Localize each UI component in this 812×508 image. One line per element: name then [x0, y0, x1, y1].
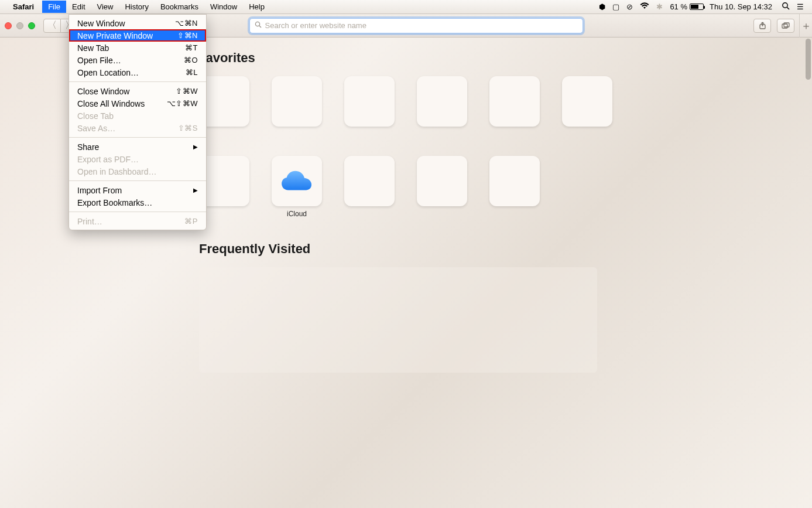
svg-point-2: [255, 22, 259, 26]
menu-item-import-from[interactable]: Import From▶: [69, 184, 206, 196]
favorite-item[interactable]: [272, 76, 322, 138]
favorite-item[interactable]: [489, 76, 540, 138]
svg-line-1: [787, 7, 789, 9]
status-airplay-icon[interactable]: ▢: [612, 2, 619, 11]
favorite-item[interactable]: [344, 76, 395, 138]
menu-item-new-private-window[interactable]: New Private Window⇧⌘N: [69, 29, 206, 42]
favorites-row: [199, 76, 812, 138]
share-button[interactable]: [753, 19, 771, 33]
submenu-arrow-icon: ▶: [193, 187, 198, 193]
menu-item-label: New Window: [77, 19, 125, 28]
favorite-item[interactable]: [562, 76, 612, 138]
menu-item-close-window[interactable]: Close Window⇧⌘W: [69, 85, 206, 97]
menu-item-new-tab[interactable]: New Tab⌘T: [69, 42, 206, 54]
menu-item-shortcut: ⌘O: [184, 56, 198, 64]
favorite-item[interactable]: [489, 156, 540, 218]
menu-item-open-in-dashboard: Open in Dashboard…: [69, 165, 206, 178]
notification-center-icon[interactable]: ☰: [797, 2, 804, 11]
menu-item-shortcut: ⌥⌘N: [175, 19, 198, 28]
new-tab-button[interactable]: ＋: [799, 14, 812, 37]
favorite-item[interactable]: iCloud: [272, 156, 322, 218]
scrollbar-thumb[interactable]: [806, 39, 811, 80]
menu-item-print: Print…⌘P: [69, 215, 206, 227]
back-button[interactable]: 〈: [43, 19, 61, 33]
menu-window[interactable]: Window: [204, 1, 243, 13]
window-zoom-button[interactable]: [28, 22, 35, 29]
menu-file[interactable]: File: [42, 1, 66, 13]
window-close-button[interactable]: [5, 22, 12, 29]
menu-item-label: Share: [77, 142, 99, 152]
menu-item-label: Save As…: [77, 124, 115, 133]
menu-item-share[interactable]: Share▶: [69, 141, 206, 153]
menu-item-shortcut: ⌘T: [185, 43, 198, 52]
frequently-visited-area: [199, 267, 597, 373]
status-clock[interactable]: Thu 10. Sep 14:32: [710, 2, 772, 11]
status-wifi-icon[interactable]: [640, 2, 649, 11]
submenu-arrow-icon: ▶: [193, 144, 198, 150]
menu-item-shortcut: ⌥⇧⌘W: [167, 99, 198, 108]
menu-separator: [69, 212, 206, 212]
favorite-tile: [272, 156, 322, 206]
status-cube-icon[interactable]: ⬢: [599, 2, 605, 11]
menu-item-export-bookmarks[interactable]: Export Bookmarks…: [69, 196, 206, 209]
favorite-tile: [417, 76, 467, 127]
app-name[interactable]: Safari: [13, 2, 34, 11]
favorite-tile: [562, 76, 612, 127]
menu-item-label: Open in Dashboard…: [77, 167, 156, 176]
menu-item-shortcut: ⌘L: [186, 68, 198, 77]
svg-point-0: [783, 3, 787, 8]
icloud-icon: [280, 170, 313, 192]
spotlight-icon[interactable]: [782, 2, 790, 12]
menu-view[interactable]: View: [91, 1, 119, 13]
svg-rect-6: [784, 23, 789, 27]
menu-edit[interactable]: Edit: [66, 1, 91, 13]
status-battery[interactable]: 61 %: [670, 2, 704, 11]
svg-rect-5: [782, 24, 787, 28]
menu-item-new-window[interactable]: New Window⌥⌘N: [69, 17, 206, 29]
window-minimize-button[interactable]: [16, 22, 23, 29]
menu-item-label: Export as PDF…: [77, 155, 139, 164]
menu-item-close-all-windows[interactable]: Close All Windows⌥⇧⌘W: [69, 97, 206, 110]
favorite-item[interactable]: [417, 76, 467, 138]
menu-item-open-file[interactable]: Open File…⌘O: [69, 54, 206, 66]
favorite-label: iCloud: [287, 210, 307, 218]
status-bluetooth-icon[interactable]: ✱: [656, 2, 663, 11]
menu-item-label: Close Window: [77, 87, 129, 96]
battery-percent: 61 %: [670, 2, 687, 11]
menu-separator: [69, 81, 206, 82]
status-dnd-icon[interactable]: ⊘: [626, 2, 633, 11]
address-bar[interactable]: [249, 18, 583, 33]
vertical-scrollbar[interactable]: [804, 37, 812, 508]
menu-help[interactable]: Help: [243, 1, 270, 13]
menu-item-label: Print…: [77, 217, 102, 226]
favorite-tile: [489, 156, 540, 206]
menu-item-label: Open Location…: [77, 68, 139, 77]
window-traffic-lights: [5, 22, 35, 29]
menu-item-close-tab: Close Tab: [69, 110, 206, 122]
menu-item-label: Import From: [77, 186, 122, 195]
favorite-item[interactable]: [344, 156, 395, 218]
svg-line-3: [259, 26, 261, 28]
show-tabs-button[interactable]: [777, 19, 794, 33]
menu-item-shortcut: ⇧⌘N: [177, 31, 198, 40]
favorites-row: iCloud: [199, 156, 812, 218]
menu-item-shortcut: ⌘P: [184, 217, 198, 226]
menu-separator: [69, 180, 206, 181]
favorite-tile: [344, 76, 395, 127]
mac-menubar: Safari File Edit View History Bookmarks …: [0, 0, 812, 14]
menu-item-label: New Private Window: [77, 31, 153, 40]
menu-item-shortcut: ⇧⌘W: [176, 87, 198, 96]
favorite-item[interactable]: [417, 156, 467, 218]
menu-item-label: Close Tab: [77, 111, 114, 121]
favorites-heading: Favorites: [198, 50, 812, 66]
menu-item-label: Close All Windows: [77, 99, 145, 108]
menu-item-label: New Tab: [77, 43, 109, 53]
search-icon: [255, 21, 262, 30]
address-input[interactable]: [265, 21, 578, 30]
menu-item-export-as-pdf: Export as PDF…: [69, 153, 206, 165]
menu-bookmarks[interactable]: Bookmarks: [155, 1, 204, 13]
menu-history[interactable]: History: [119, 1, 154, 13]
menu-item-open-location[interactable]: Open Location…⌘L: [69, 66, 206, 79]
menu-separator: [69, 137, 206, 138]
favorite-tile: [344, 156, 395, 206]
